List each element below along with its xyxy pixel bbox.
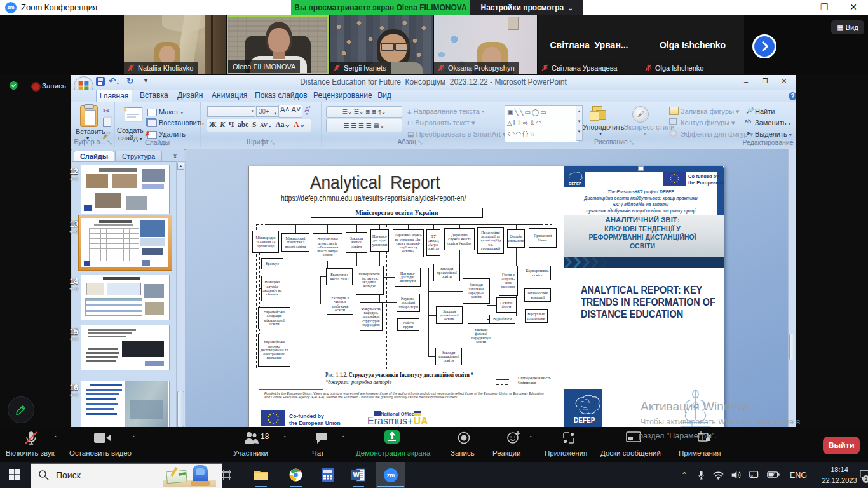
svg-text:o: o <box>751 473 754 477</box>
svg-text:W: W <box>353 471 360 478</box>
svg-text:DEFEP: DEFEP <box>574 417 595 424</box>
svg-text:DEFEP: DEFEP <box>569 182 581 186</box>
